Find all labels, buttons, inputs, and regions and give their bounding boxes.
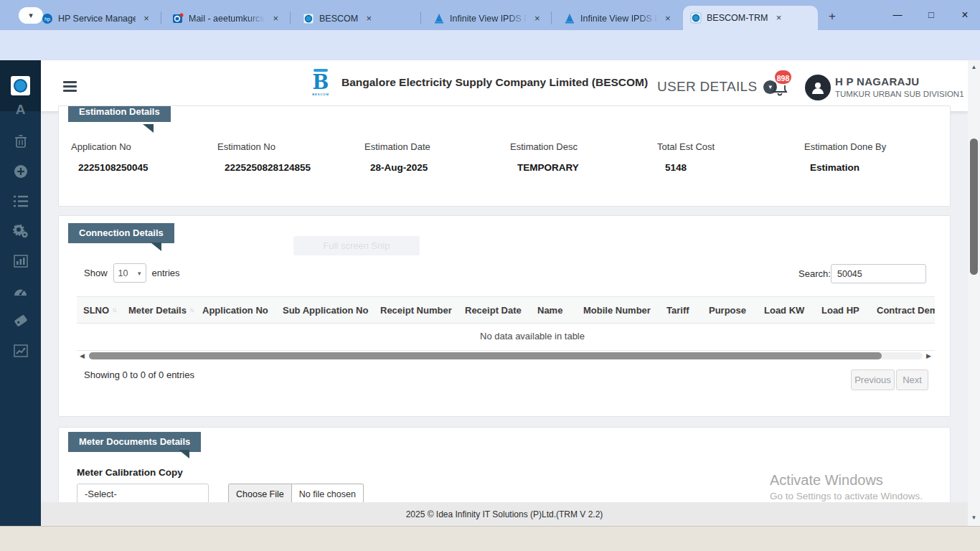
person-icon	[810, 80, 826, 95]
close-icon[interactable]: ×	[363, 13, 374, 24]
sidebar-item-delete[interactable]	[0, 132, 41, 151]
tab-title: Infinite View IPDS Po	[450, 14, 527, 24]
section-tab-fold	[151, 242, 161, 251]
page-size-value: 10	[118, 268, 128, 278]
bescom-favicon	[690, 12, 702, 24]
vertical-scrollbar[interactable]: ▲ ▼	[968, 60, 980, 526]
choose-file-button[interactable]: Choose File	[229, 484, 292, 504]
tab-separator	[161, 11, 161, 24]
sidebar-item-meters[interactable]: A	[0, 100, 41, 119]
scroll-up-icon[interactable]: ▲	[968, 64, 980, 70]
field-value: 2225250828124855	[225, 162, 311, 173]
gears-icon	[12, 223, 29, 239]
hscroll-right-icon[interactable]: ▶	[926, 352, 931, 359]
close-icon[interactable]: ×	[773, 12, 784, 24]
tab-separator	[551, 11, 552, 24]
show-label: Show	[84, 268, 108, 278]
column-header-load-hp[interactable]: Load HP	[815, 297, 870, 323]
close-icon[interactable]: ×	[663, 13, 674, 24]
column-header-tariff[interactable]: Tariff	[660, 297, 702, 323]
tab-bescom-trm-active[interactable]: BESCOM-TRM ×	[683, 6, 818, 30]
sort-icon: ↑↓	[112, 306, 116, 314]
maximize-button[interactable]: □	[920, 6, 942, 24]
column-header-meter-details[interactable]: Meter Details↑↓	[122, 297, 196, 323]
tab-infinite-view-2[interactable]: Infinite View IPDS Po ×	[557, 6, 679, 30]
column-header-load-kw[interactable]: Load KW	[758, 297, 815, 323]
tab-title: HP Service Manager	[58, 14, 136, 24]
column-header-purpose[interactable]: Purpose	[702, 297, 758, 323]
svg-text:hp: hp	[44, 17, 50, 22]
activate-windows-watermark: Activate Windows Go to Settings to activ…	[770, 472, 923, 501]
tab-mail[interactable]: Mail - aeetumkurcsd ×	[165, 6, 287, 30]
brand: B BESCOM Bangalore Electricity Supply Co…	[307, 66, 648, 99]
line-chart-icon	[14, 344, 28, 357]
page-title: Bangalore Electricity Supply Company Lim…	[341, 76, 648, 89]
sail-icon	[564, 13, 575, 24]
sidebar-item-add[interactable]	[0, 162, 41, 181]
speedometer-icon	[13, 285, 28, 298]
new-tab-button[interactable]: +	[824, 8, 841, 25]
file-upload-control[interactable]: Choose File No file chosen	[228, 484, 364, 504]
search-input[interactable]	[831, 264, 926, 283]
column-header-name[interactable]: Name	[531, 297, 577, 323]
tab-infinite-view-1[interactable]: Infinite View IPDS Po ×	[426, 6, 548, 30]
horizontal-scrollbar[interactable]	[89, 352, 923, 359]
document-type-select[interactable]: -Select-	[77, 484, 209, 504]
column-header-application-no[interactable]: Application No	[196, 297, 276, 323]
user-details-dropdown[interactable]: USER DETAILS ▾	[657, 79, 777, 95]
sidebar-item-tags[interactable]	[0, 311, 41, 330]
field-label: Estimation No	[217, 141, 275, 152]
horizontal-scrollbar-thumb[interactable]	[89, 352, 882, 359]
close-icon[interactable]: ×	[141, 13, 152, 24]
column-header-receipt-date[interactable]: Receipt Date	[458, 297, 531, 323]
tab-title: Infinite View IPDS Po	[580, 14, 658, 24]
tab-separator	[420, 11, 421, 24]
meters-icon: A	[16, 102, 26, 118]
no-file-chosen-text: No file chosen	[292, 484, 363, 504]
page-size-select[interactable]: 10 ▾	[113, 263, 146, 283]
column-header-contract-demand[interactable]: Contract Demand	[870, 297, 935, 323]
avatar[interactable]	[805, 75, 831, 100]
tab-bescom[interactable]: BESCOM ×	[296, 6, 416, 30]
estimation-details-card: Estimation Details Application No 222510…	[58, 105, 951, 207]
scroll-down-icon[interactable]: ▼	[968, 514, 980, 521]
copyright-text: 2025 © Idea Infinity IT Solutions (P)Ltd…	[406, 509, 603, 519]
section-title-estimation: Estimation Details	[68, 105, 171, 122]
vertical-scrollbar-thumb[interactable]	[970, 138, 978, 275]
sidebar-item-settings[interactable]	[0, 222, 41, 240]
outlook-icon	[172, 13, 184, 24]
entries-label: entries	[152, 268, 180, 278]
sidebar-item-dashboard[interactable]	[0, 282, 41, 301]
watermark-line2: Go to Settings to activate Windows.	[770, 491, 923, 501]
field-value: Estimation	[810, 162, 859, 173]
sidebar-item-list[interactable]	[0, 192, 41, 210]
column-header-mobile-number[interactable]: Mobile Number	[577, 297, 660, 323]
close-window-button[interactable]: ×	[954, 6, 976, 24]
column-header-slno[interactable]: SLNO↑↓	[77, 297, 122, 323]
plus-circle-icon	[14, 164, 28, 179]
close-icon[interactable]: ×	[532, 13, 543, 24]
trm-logo-icon	[14, 79, 27, 93]
sidebar-item-trends[interactable]	[0, 342, 41, 360]
previous-button[interactable]: Previous	[851, 369, 895, 390]
bescom-logo-icon: B BESCOM	[307, 66, 334, 99]
field-label: Total Est Cost	[657, 141, 715, 152]
column-header-receipt-number[interactable]: Receipt Number	[374, 297, 458, 323]
field-label: Estimation Date	[364, 141, 430, 152]
section-tab-fold	[179, 450, 189, 458]
column-header-sub-application-no[interactable]: Sub Application No	[276, 297, 374, 323]
user-details-label: USER DETAILS	[657, 79, 757, 95]
field-value: 28-Aug-2025	[370, 162, 428, 173]
field-label: Estimation Done By	[804, 141, 886, 152]
hp-icon: hp	[42, 13, 53, 24]
next-button[interactable]: Next	[896, 369, 928, 390]
close-icon[interactable]: ×	[270, 13, 281, 24]
hscroll-left-icon[interactable]: ◀	[80, 352, 85, 359]
sidebar-item-reports[interactable]	[0, 252, 41, 270]
table-header-row: SLNO↑↓ Meter Details↑↓ Application No Su…	[77, 296, 935, 324]
notifications-button[interactable]: 898	[769, 69, 798, 99]
section-tab-fold	[143, 124, 154, 133]
minimize-button[interactable]: —	[887, 6, 908, 24]
tab-hp-service-manager[interactable]: hp HP Service Manager ×	[34, 6, 158, 30]
hamburger-menu-icon[interactable]	[63, 81, 77, 92]
